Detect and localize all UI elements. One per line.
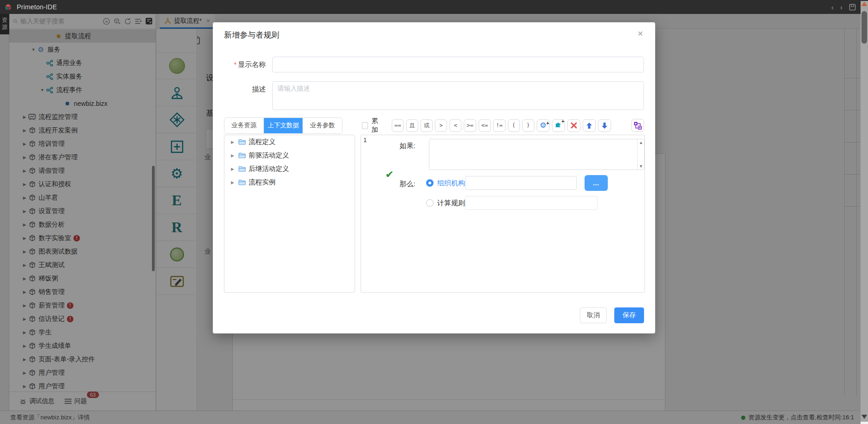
context-data-tree: ▶流程定义▶前驱活动定义▶后继活动定义▶流程实例 (224, 135, 355, 293)
scroll-down-arrow-icon[interactable] (861, 415, 867, 419)
calc-radio-label: 计算规则 (437, 199, 465, 208)
context-tree-item-前驱活动定义[interactable]: ▶前驱活动定义 (224, 149, 355, 162)
rule-editor-panel: 1 ✔ 如果: ▲ ▼ 那么: 组织机构 … 计算规则 (361, 135, 645, 293)
modal-tab-业务参数[interactable]: 业务参数 (302, 118, 342, 133)
context-tree-label: 前驱活动定义 (249, 151, 289, 160)
operator-button-且[interactable]: 且 (406, 119, 418, 132)
org-picker-button[interactable]: … (585, 175, 608, 191)
folder-icon (238, 166, 246, 172)
then-label: 那么: (390, 180, 415, 189)
delete-button[interactable] (567, 119, 580, 132)
folder-icon (238, 152, 246, 158)
mapping-icon (633, 121, 642, 130)
accumulate-label: 累加 (371, 117, 383, 134)
rule-index: 1 (363, 137, 367, 144)
arrow-up-icon (586, 122, 592, 129)
context-tree-item-后继活动定义[interactable]: ▶后继活动定义 (224, 162, 355, 176)
description-input[interactable] (272, 81, 644, 110)
rule-valid-check-icon: ✔ (385, 169, 394, 181)
folder-icon (238, 179, 246, 185)
operator-button-<=[interactable]: <= (479, 119, 491, 132)
move-up-button[interactable] (583, 119, 596, 132)
save-button[interactable]: 保存 (614, 307, 644, 323)
if-box-scrollbar[interactable]: ▲ ▼ (637, 139, 644, 170)
move-down-button[interactable] (598, 119, 611, 132)
title-bar: Primeton-IDE ‹ › (0, 0, 868, 14)
cancel-button[interactable]: 取消 (580, 307, 607, 323)
calc-radio[interactable] (426, 199, 434, 207)
accumulate-checkbox[interactable] (362, 122, 368, 129)
window-scrollbar[interactable] (861, 1, 868, 422)
add-puzzle-button[interactable]: + (552, 119, 565, 132)
caret-right-icon[interactable]: ▶ (231, 180, 238, 185)
add-participant-rule-dialog: 新增参与者规则 × *显示名称 描述 业务资源上下文数据业务参数 累加 ==且或… (213, 22, 655, 333)
scroll-up-icon[interactable]: ▲ (639, 140, 643, 145)
if-condition-input[interactable]: ▲ ▼ (429, 139, 644, 170)
operator-button-<[interactable]: < (449, 119, 461, 132)
operator-button-或[interactable]: 或 (421, 119, 433, 132)
operator-button->=[interactable]: >= (464, 119, 476, 132)
condition-toolbar: 业务资源上下文数据业务参数 累加 ==且或><>=<=!=()⚙++ (224, 117, 644, 134)
org-input[interactable] (465, 176, 577, 190)
operator-button-)[interactable]: ) (522, 119, 534, 132)
delete-x-icon (571, 122, 577, 129)
nav-forward-icon[interactable]: › (840, 3, 842, 11)
arrow-down-icon (601, 122, 608, 129)
ellipsis-icon: … (593, 179, 600, 187)
app-title: Primeton-IDE (17, 3, 57, 11)
app-logo-icon (4, 3, 12, 11)
operator-button-([interactable]: ( (508, 119, 520, 132)
add-gear-button[interactable]: ⚙+ (537, 119, 550, 132)
nav-back-icon[interactable]: ‹ (831, 3, 834, 11)
org-radio[interactable] (426, 179, 434, 187)
folder-icon (238, 139, 246, 145)
data-source-tabs: 业务资源上下文数据业务参数 (224, 117, 342, 134)
scrollbar-thumb[interactable] (861, 11, 867, 44)
org-radio-label: 组织机构 (437, 179, 465, 188)
operator-button-==[interactable]: == (392, 119, 404, 132)
dialog-title: 新增参与者规则 (224, 30, 279, 40)
context-tree-label: 后继活动定义 (249, 164, 289, 173)
caret-right-icon[interactable]: ▶ (231, 153, 238, 158)
context-tree-label: 流程实例 (249, 178, 276, 187)
mapping-button[interactable] (631, 119, 644, 132)
calc-rule-input[interactable] (465, 196, 598, 210)
description-label: 描述 (224, 81, 272, 110)
if-label: 如果: (390, 142, 415, 150)
modal-tab-上下文数据[interactable]: 上下文数据 (263, 118, 302, 133)
scroll-down-icon[interactable]: ▼ (639, 164, 643, 169)
operator-button->[interactable]: > (435, 119, 447, 132)
operator-button-!=[interactable]: != (493, 119, 505, 132)
dialog-close-icon[interactable]: × (638, 29, 643, 38)
context-tree-item-流程实例[interactable]: ▶流程实例 (224, 176, 355, 189)
scroll-up-arrow-icon[interactable] (861, 2, 867, 6)
caret-right-icon[interactable]: ▶ (231, 140, 238, 144)
display-name-label: *显示名称 (224, 57, 272, 72)
add-gear-icon: ⚙+ (539, 122, 546, 130)
save-icon[interactable] (849, 4, 856, 11)
caret-right-icon[interactable]: ▶ (231, 167, 238, 171)
context-tree-label: 流程定义 (249, 137, 276, 146)
add-puzzle-icon: + (555, 121, 562, 130)
operator-buttons: ==且或><>=<=!=()⚙++ (392, 119, 611, 132)
context-tree-item-流程定义[interactable]: ▶流程定义 (224, 135, 355, 149)
modal-tab-业务资源[interactable]: 业务资源 (224, 118, 263, 133)
display-name-input[interactable] (272, 57, 644, 72)
